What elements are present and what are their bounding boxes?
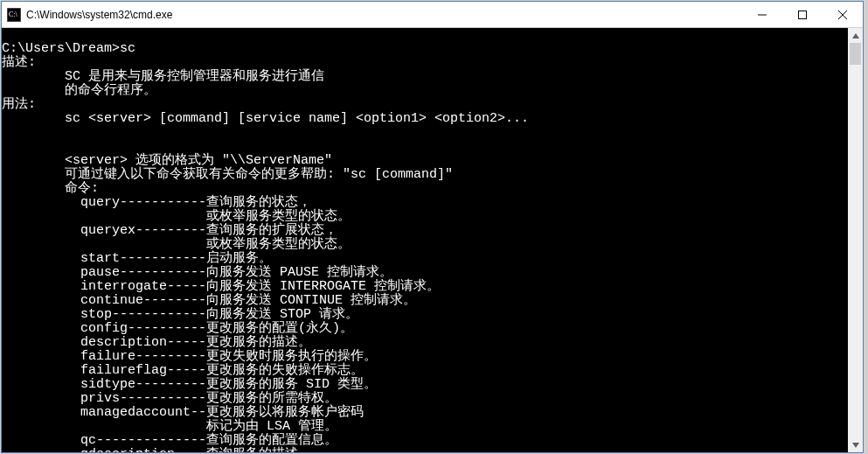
console-line: sidtype---------更改服务的服务 SID 类型。 [2,377,377,392]
cmd-window: C:\ C:\Windows\system32\cmd.exe C:\Users… [1,1,864,453]
console-line: continue--------向服务发送 CONTINUE 控制请求。 [2,293,416,308]
console-line: pause-----------向服务发送 PAUSE 控制请求。 [2,265,392,280]
svg-marker-7 [852,33,859,38]
scroll-down-button[interactable] [848,437,863,452]
console-line: privs-----------更改服务的所需特权。 [2,391,337,406]
console-line: query-----------查询服务的状态， [2,195,311,210]
console-line: SC 是用来与服务控制管理器和服务进行通信 [2,69,324,84]
maximize-button[interactable] [782,2,823,27]
svg-rect-4 [799,10,807,18]
console-line: qc--------------查询服务的配置信息。 [2,433,337,448]
console-line: 可通过键入以下命令获取有关命令的更多帮助: "sc [command]" [2,167,453,182]
vertical-scrollbar[interactable] [848,28,863,452]
console-line: <server> 选项的格式为 "\\ServerName" [2,153,332,168]
console-line: stop------------向服务发送 STOP 请求。 [2,307,358,322]
console-line: 描述: [2,55,36,70]
console-line: sc <server> [command] [service name] <op… [2,111,529,126]
console-line: failure---------更改失败时服务执行的操作。 [2,349,377,364]
svg-text:C:\: C:\ [9,10,18,18]
console-line: managedaccount--更改服务以将服务帐户密码 [2,405,364,420]
scroll-track[interactable] [848,43,863,437]
console-line: description-----更改服务的描述。 [2,335,311,350]
console-line: interrogate-----向服务发送 INTERROGATE 控制请求。 [2,279,440,294]
console-line: 或枚举服务类型的状态。 [2,209,351,224]
console-output: C:\Users\Dream>sc 描述: SC 是用来与服务控制管理器和服务进… [2,28,848,452]
console-area[interactable]: C:\Users\Dream>sc 描述: SC 是用来与服务控制管理器和服务进… [2,28,863,452]
console-line: 用法: [2,97,36,112]
scroll-thumb[interactable] [850,43,861,65]
close-button[interactable] [823,2,863,27]
console-line: start-----------启动服务。 [2,251,272,266]
titlebar[interactable]: C:\ C:\Windows\system32\cmd.exe [2,2,863,28]
console-line: C:\Users\Dream>sc [2,41,135,56]
console-line: config----------更改服务的配置(永久)。 [2,321,353,336]
window-title: C:\Windows\system32\cmd.exe [26,9,742,21]
console-line: 命令: [2,181,99,196]
console-line: 或枚举服务类型的状态。 [2,237,351,252]
minimize-button[interactable] [742,2,782,27]
console-line: qdescription----查询服务的描述。 [2,447,311,452]
svg-marker-8 [852,443,859,448]
cmd-icon: C:\ [7,8,21,22]
console-line: failureflag-----更改服务的失败操作标志。 [2,363,364,378]
console-line: 的命令行程序。 [2,83,156,98]
window-controls [742,2,863,27]
console-line: 标记为由 LSA 管理。 [2,419,337,434]
console-line: queryex---------查询服务的扩展状态， [2,223,337,238]
scroll-up-button[interactable] [848,28,863,43]
